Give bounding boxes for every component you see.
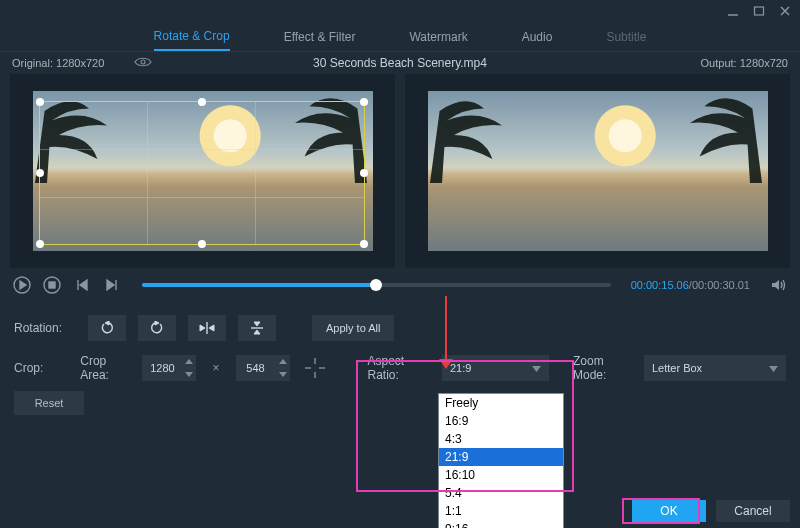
maximize-button[interactable] <box>752 4 766 18</box>
aspect-ratio-label: Aspect Ratio: <box>368 354 430 382</box>
multiply-symbol: × <box>212 361 219 375</box>
prev-frame-button[interactable] <box>72 275 92 295</box>
rotation-label: Rotation: <box>14 321 76 335</box>
stepper-down-icon[interactable] <box>276 368 290 381</box>
tab-effect-filter[interactable]: Effect & Filter <box>284 30 356 44</box>
flip-vertical-button[interactable] <box>238 315 276 341</box>
aspect-ratio-select[interactable]: 21:9 <box>442 355 549 381</box>
aspect-option[interactable]: Freely <box>439 394 563 412</box>
reset-row: Reset <box>14 388 786 418</box>
edit-controls: Rotation: Apply to All Crop: Crop Area: … <box>0 302 800 418</box>
crop-handle[interactable] <box>198 240 206 248</box>
zoom-mode-label: Zoom Mode: <box>573 354 632 382</box>
crop-row: Crop: Crop Area: 1280 × 548 Aspect Ratio… <box>14 348 786 388</box>
crop-area-label: Crop Area: <box>80 354 130 382</box>
tab-rotate-crop[interactable]: Rotate & Crop <box>154 29 230 51</box>
tab-subtitle[interactable]: Subtitle <box>606 30 646 44</box>
aspect-option[interactable]: 4:3 <box>439 430 563 448</box>
rotate-left-button[interactable] <box>88 315 126 341</box>
chevron-down-icon <box>769 362 778 374</box>
original-preview-pane <box>10 74 395 268</box>
player-controls: 00:00:15.06/00:00:30.01 <box>0 268 800 302</box>
output-resolution: Output: 1280x720 <box>701 57 788 69</box>
stepper-up-icon[interactable] <box>276 355 290 368</box>
output-preview-pane <box>405 74 790 268</box>
aspect-option[interactable]: 9:16 <box>439 520 563 528</box>
info-bar: Original: 1280x720 30 Seconds Beach Scen… <box>0 52 800 74</box>
flip-horizontal-button[interactable] <box>188 315 226 341</box>
crop-height-input[interactable]: 548 <box>236 355 290 381</box>
center-crop-button[interactable] <box>302 355 328 381</box>
annotation-arrow <box>445 296 447 362</box>
title-bar <box>0 0 800 22</box>
aspect-ratio-dropdown[interactable]: Freely 16:9 4:3 21:9 16:10 5:4 1:1 9:16 <box>438 393 564 528</box>
palm-decoration <box>654 87 774 177</box>
rotation-row: Rotation: Apply to All <box>14 308 786 348</box>
apply-to-all-button[interactable]: Apply to All <box>312 315 394 341</box>
editor-tabs: Rotate & Crop Effect & Filter Watermark … <box>0 22 800 52</box>
aspect-option[interactable]: 16:9 <box>439 412 563 430</box>
svg-rect-7 <box>49 282 55 288</box>
dialog-footer: OK Cancel <box>632 500 790 522</box>
filename-label: 30 Seconds Beach Scenery.mp4 <box>313 56 487 70</box>
original-video-thumbnail[interactable] <box>33 91 373 251</box>
volume-icon[interactable] <box>768 275 788 295</box>
crop-handle[interactable] <box>198 98 206 106</box>
palm-decoration <box>418 87 538 177</box>
svg-point-4 <box>141 60 145 64</box>
palm-decoration <box>23 87 143 177</box>
aspect-option-selected[interactable]: 21:9 <box>439 448 563 466</box>
tab-watermark[interactable]: Watermark <box>409 30 467 44</box>
stepper-down-icon[interactable] <box>182 368 196 381</box>
crop-handle[interactable] <box>36 240 44 248</box>
seek-bar[interactable] <box>142 283 611 287</box>
reset-button[interactable]: Reset <box>14 391 84 415</box>
duration-time: 00:00:30.01 <box>692 279 750 291</box>
aspect-option[interactable]: 1:1 <box>439 502 563 520</box>
close-button[interactable] <box>778 4 792 18</box>
crop-width-input[interactable]: 1280 <box>142 355 196 381</box>
svg-rect-1 <box>755 7 764 15</box>
aspect-option[interactable]: 5:4 <box>439 484 563 502</box>
ok-button[interactable]: OK <box>632 500 706 522</box>
aspect-option[interactable]: 16:10 <box>439 466 563 484</box>
preview-toggle-icon[interactable] <box>134 56 152 70</box>
next-frame-button[interactable] <box>102 275 122 295</box>
stepper-up-icon[interactable] <box>182 355 196 368</box>
annotation-arrowhead <box>439 358 453 372</box>
original-resolution: Original: 1280x720 <box>12 57 104 69</box>
minimize-button[interactable] <box>726 4 740 18</box>
play-button[interactable] <box>12 275 32 295</box>
stop-button[interactable] <box>42 275 62 295</box>
tab-audio[interactable]: Audio <box>522 30 553 44</box>
crop-handle[interactable] <box>360 240 368 248</box>
output-video-thumbnail <box>428 91 768 251</box>
seek-knob[interactable] <box>370 279 382 291</box>
current-time: 00:00:15.06 <box>631 279 689 291</box>
rotate-right-button[interactable] <box>138 315 176 341</box>
time-display: 00:00:15.06/00:00:30.01 <box>631 279 750 291</box>
palm-decoration <box>259 87 379 177</box>
preview-area <box>0 74 800 268</box>
cancel-button[interactable]: Cancel <box>716 500 790 522</box>
crop-label: Crop: <box>14 361 68 375</box>
zoom-mode-select[interactable]: Letter Box <box>644 355 786 381</box>
chevron-down-icon <box>532 362 541 374</box>
